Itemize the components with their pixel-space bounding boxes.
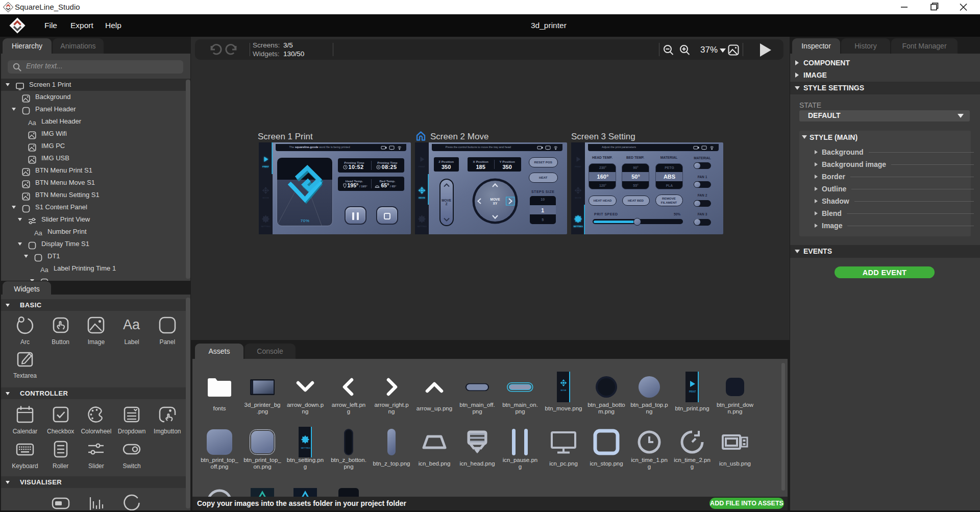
svg-text:MOVE: MOVE [560, 389, 567, 392]
svg-text:SETTING: SETTING [573, 225, 583, 228]
svg-text:MOVE: MOVE [262, 196, 269, 199]
svg-text:XY: XY [493, 202, 497, 205]
svg-text:PRINT: PRINT [689, 391, 696, 393]
svg-text:Aa: Aa [123, 317, 140, 332]
svg-text:SETTING: SETTING [261, 225, 271, 228]
svg-text:MOVE: MOVE [419, 196, 425, 199]
svg-text:Aa: Aa [34, 229, 43, 237]
svg-text:MOVE: MOVE [490, 198, 500, 201]
svg-text:PRINT: PRINT [575, 165, 581, 167]
svg-text:Aa: Aa [40, 266, 49, 274]
svg-text:Aa: Aa [28, 119, 37, 127]
svg-text:SETTING: SETTING [301, 447, 310, 449]
svg-text:PRINT: PRINT [419, 165, 425, 167]
svg-text:SETTING: SETTING [417, 225, 427, 228]
svg-text:MOVE: MOVE [575, 196, 581, 199]
svg-text:PRINT: PRINT [262, 165, 269, 167]
